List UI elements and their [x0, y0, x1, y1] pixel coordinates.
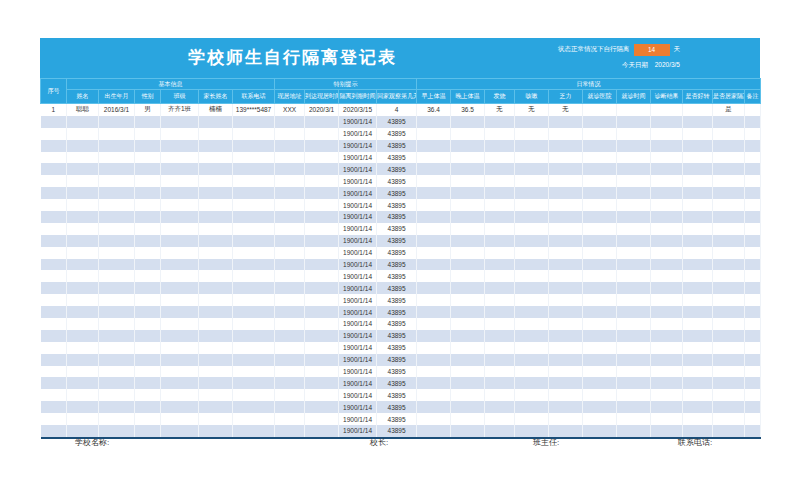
table-cell[interactable] [451, 140, 485, 152]
table-cell[interactable]: 43895 [377, 235, 417, 247]
table-cell[interactable]: 1900/1/14 [339, 247, 377, 259]
table-cell[interactable] [161, 425, 199, 438]
table-cell[interactable] [583, 163, 617, 175]
table-cell[interactable]: 1900/1/14 [339, 389, 377, 401]
table-cell[interactable] [161, 152, 199, 164]
table-cell[interactable] [41, 128, 67, 140]
table-cell[interactable] [161, 401, 199, 413]
table-cell[interactable] [67, 140, 99, 152]
table-cell[interactable] [745, 282, 761, 294]
table-cell[interactable] [485, 211, 515, 223]
table-cell[interactable] [135, 342, 161, 354]
table-cell[interactable] [275, 163, 305, 175]
table-cell[interactable] [549, 318, 583, 330]
table-cell[interactable] [67, 294, 99, 306]
table-cell[interactable] [651, 270, 683, 282]
table-cell[interactable] [745, 425, 761, 438]
table-cell[interactable] [451, 318, 485, 330]
table-cell[interactable] [275, 377, 305, 389]
table-cell[interactable] [451, 247, 485, 259]
table-cell[interactable] [275, 318, 305, 330]
table-cell[interactable] [515, 401, 549, 413]
table-cell[interactable] [485, 259, 515, 271]
table-cell[interactable] [305, 270, 339, 282]
table-cell[interactable] [683, 247, 713, 259]
table-cell[interactable] [275, 223, 305, 235]
table-cell[interactable] [41, 294, 67, 306]
table-cell[interactable] [305, 211, 339, 223]
table-cell[interactable] [161, 163, 199, 175]
table-cell[interactable] [67, 401, 99, 413]
table-cell[interactable] [651, 282, 683, 294]
table-cell[interactable] [515, 211, 549, 223]
table-cell[interactable] [713, 235, 745, 247]
table-cell[interactable] [199, 199, 233, 211]
table-cell[interactable] [99, 163, 135, 175]
table-cell[interactable] [651, 330, 683, 342]
table-cell[interactable]: 1900/1/14 [339, 128, 377, 140]
table-cell[interactable] [41, 152, 67, 164]
table-cell[interactable] [583, 366, 617, 378]
table-cell[interactable] [651, 187, 683, 199]
table-cell[interactable] [41, 282, 67, 294]
table-cell[interactable] [275, 306, 305, 318]
table-cell[interactable] [199, 354, 233, 366]
table-cell[interactable] [617, 152, 651, 164]
table-cell[interactable] [305, 223, 339, 235]
table-cell[interactable] [713, 175, 745, 187]
table-cell[interactable] [417, 330, 451, 342]
table-cell[interactable] [41, 235, 67, 247]
table-cell[interactable] [651, 211, 683, 223]
table-cell[interactable] [713, 377, 745, 389]
table-cell[interactable] [713, 211, 745, 223]
table-cell[interactable] [135, 223, 161, 235]
table-cell[interactable] [485, 152, 515, 164]
table-cell[interactable] [451, 389, 485, 401]
table-cell[interactable] [275, 294, 305, 306]
table-cell[interactable] [651, 425, 683, 438]
table-cell[interactable]: 1900/1/14 [339, 342, 377, 354]
table-cell[interactable] [417, 247, 451, 259]
table-cell[interactable]: 2016/3/1 [99, 104, 135, 116]
table-cell[interactable] [549, 389, 583, 401]
table-cell[interactable] [99, 425, 135, 438]
table-cell[interactable] [651, 389, 683, 401]
table-cell[interactable] [515, 318, 549, 330]
table-cell[interactable] [67, 366, 99, 378]
table-cell[interactable] [651, 377, 683, 389]
table-cell[interactable] [583, 104, 617, 116]
table-cell[interactable] [67, 187, 99, 199]
table-cell[interactable] [745, 223, 761, 235]
table-cell[interactable] [713, 152, 745, 164]
table-cell[interactable] [617, 140, 651, 152]
table-cell[interactable] [683, 128, 713, 140]
table-cell[interactable] [305, 259, 339, 271]
table-cell[interactable] [417, 223, 451, 235]
table-cell[interactable] [305, 413, 339, 425]
table-cell[interactable] [549, 401, 583, 413]
table-cell[interactable] [583, 199, 617, 211]
table-cell[interactable] [161, 270, 199, 282]
table-cell[interactable] [583, 270, 617, 282]
table-cell[interactable] [485, 199, 515, 211]
table-cell[interactable] [549, 282, 583, 294]
table-cell[interactable] [275, 116, 305, 128]
table-cell[interactable] [451, 199, 485, 211]
table-cell[interactable]: 1900/1/14 [339, 413, 377, 425]
table-cell[interactable] [617, 223, 651, 235]
table-cell[interactable] [617, 282, 651, 294]
table-cell[interactable] [549, 294, 583, 306]
table-cell[interactable] [451, 116, 485, 128]
table-cell[interactable] [417, 294, 451, 306]
table-cell[interactable] [135, 366, 161, 378]
table-cell[interactable] [651, 294, 683, 306]
table-cell[interactable] [275, 187, 305, 199]
table-cell[interactable] [451, 377, 485, 389]
table-cell[interactable]: 43895 [377, 270, 417, 282]
table-cell[interactable] [161, 342, 199, 354]
table-cell[interactable] [417, 199, 451, 211]
table-cell[interactable]: 1900/1/14 [339, 211, 377, 223]
table-cell[interactable] [683, 342, 713, 354]
table-cell[interactable] [683, 366, 713, 378]
table-cell[interactable] [275, 270, 305, 282]
